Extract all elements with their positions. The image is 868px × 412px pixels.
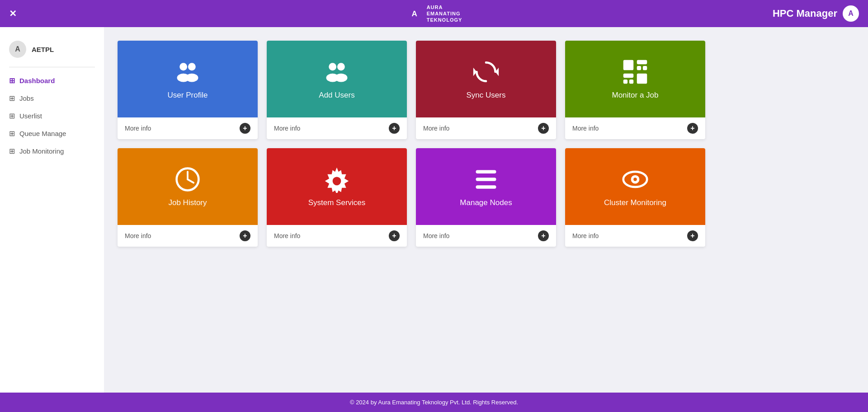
- more-info-icon-add-users[interactable]: +: [389, 123, 400, 134]
- svg-rect-13: [637, 60, 647, 64]
- tile-top-job-history: Job History: [118, 148, 258, 225]
- sidebar-item-userlist[interactable]: ⊞ Userlist: [0, 107, 104, 125]
- tile-top-user-profile: User Profile: [118, 41, 258, 117]
- svg-point-2: [179, 63, 187, 70]
- svg-rect-16: [623, 74, 634, 78]
- tile-job-history[interactable]: Job History More info +: [118, 148, 258, 247]
- svg-point-25: [333, 177, 341, 185]
- more-info-icon-job-history[interactable]: +: [240, 230, 250, 241]
- logo: A AURA EMANATING TEKNOLOGY: [406, 4, 462, 23]
- more-info-job-history: More info: [125, 232, 151, 239]
- tile-label-system-services: System Services: [308, 198, 366, 207]
- layout: A AETPL ⊞ Dashboard ⊞ Jobs ⊞ Userlist ⊞ …: [0, 27, 868, 393]
- close-button[interactable]: ✕: [9, 8, 17, 19]
- more-info-icon-user-profile[interactable]: +: [240, 123, 250, 134]
- user-avatar[interactable]: A: [843, 5, 859, 22]
- tile-sync-users[interactable]: Sync Users More info +: [416, 41, 556, 139]
- sidebar-avatar: A: [9, 41, 26, 58]
- tile-top-cluster-monitoring: Cluster Monitoring: [565, 148, 705, 225]
- more-info-system-services: More info: [274, 232, 300, 239]
- tile-label-user-profile: User Profile: [168, 91, 208, 100]
- tile-cluster-monitoring[interactable]: Cluster Monitoring More info +: [565, 148, 705, 247]
- sidebar: A AETPL ⊞ Dashboard ⊞ Jobs ⊞ Userlist ⊞ …: [0, 27, 104, 393]
- tile-top-system-services: System Services: [267, 148, 407, 225]
- sidebar-item-label-queue: Queue Manage: [19, 130, 66, 137]
- tile-label-add-users: Add Users: [319, 91, 354, 100]
- tile-top-manage-nodes: Manage Nodes: [416, 148, 556, 225]
- sidebar-item-dashboard[interactable]: ⊞ Dashboard: [0, 72, 104, 89]
- more-info-icon-cluster-monitoring[interactable]: +: [687, 230, 698, 241]
- more-info-icon-manage-nodes[interactable]: +: [538, 230, 549, 241]
- header-right: HPC Manager A: [773, 5, 859, 22]
- svg-rect-17: [623, 80, 627, 84]
- sidebar-username: AETPL: [32, 46, 54, 53]
- tile-label-monitor-job: Monitor a Job: [612, 91, 659, 100]
- eye-icon: [622, 166, 649, 193]
- tile-label-cluster-monitoring: Cluster Monitoring: [604, 198, 666, 207]
- sidebar-nav: ⊞ Dashboard ⊞ Jobs ⊞ Userlist ⊞ Queue Ma…: [0, 72, 104, 160]
- svg-rect-12: [623, 60, 634, 70]
- tile-bottom-monitor-job[interactable]: More info +: [565, 117, 705, 139]
- sidebar-item-jobs[interactable]: ⊞ Jobs: [0, 89, 104, 107]
- logo-icon: A: [406, 5, 423, 22]
- svg-point-7: [337, 63, 345, 70]
- tiles-grid: User Profile More info + Add Users: [118, 41, 705, 247]
- tile-label-manage-nodes: Manage Nodes: [460, 198, 512, 207]
- more-info-cluster-monitoring: More info: [572, 232, 599, 239]
- logo-text: AURA EMANATING TEKNOLOGY: [427, 4, 462, 23]
- main-content: User Profile More info + Add Users: [104, 27, 868, 393]
- tile-system-services[interactable]: System Services More info +: [267, 148, 407, 247]
- tile-bottom-add-users[interactable]: More info +: [267, 117, 407, 139]
- svg-rect-26: [476, 170, 496, 173]
- job-monitoring-icon: ⊞: [9, 147, 15, 155]
- queue-icon: ⊞: [9, 129, 15, 138]
- more-info-manage-nodes: More info: [423, 232, 449, 239]
- more-info-icon-sync-users[interactable]: +: [538, 123, 549, 134]
- tile-monitor-job[interactable]: Monitor a Job More info +: [565, 41, 705, 139]
- tile-top-add-users: Add Users: [267, 41, 407, 117]
- tile-bottom-job-history[interactable]: More info +: [118, 225, 258, 247]
- tile-top-monitor-job: Monitor a Job: [565, 41, 705, 117]
- sidebar-divider: [9, 67, 95, 67]
- app-title: HPC Manager: [773, 8, 837, 19]
- svg-rect-19: [637, 74, 647, 84]
- userlist-icon: ⊞: [9, 112, 15, 120]
- svg-point-9: [335, 74, 347, 82]
- more-info-add-users: More info: [274, 125, 300, 132]
- svg-rect-18: [629, 80, 633, 84]
- svg-text:A: A: [411, 9, 417, 18]
- svg-line-22: [188, 179, 193, 183]
- svg-rect-28: [476, 185, 496, 189]
- monitor-icon: [622, 58, 649, 85]
- users-icon: [174, 58, 201, 85]
- add-users-icon: [323, 58, 350, 85]
- tile-bottom-cluster-monitoring[interactable]: More info +: [565, 225, 705, 247]
- tile-add-users[interactable]: Add Users More info +: [267, 41, 407, 139]
- clock-icon: [174, 166, 201, 193]
- tile-bottom-manage-nodes[interactable]: More info +: [416, 225, 556, 247]
- sidebar-item-label-job-monitoring: Job Monitoring: [19, 147, 64, 155]
- svg-point-6: [329, 63, 336, 70]
- svg-point-5: [185, 74, 198, 82]
- sidebar-user: A AETPL: [0, 36, 104, 67]
- sync-icon: [472, 58, 500, 85]
- tile-bottom-user-profile[interactable]: More info +: [118, 117, 258, 139]
- sidebar-item-label-dashboard: Dashboard: [19, 77, 55, 84]
- more-info-monitor-job: More info: [572, 125, 599, 132]
- more-info-icon-system-services[interactable]: +: [389, 230, 400, 241]
- svg-point-31: [633, 178, 637, 181]
- sidebar-item-label-userlist: Userlist: [19, 112, 42, 120]
- gear-icon: [323, 166, 350, 193]
- tile-manage-nodes[interactable]: Manage Nodes More info +: [416, 148, 556, 247]
- sidebar-item-queue-manage[interactable]: ⊞ Queue Manage: [0, 125, 104, 142]
- tile-bottom-system-services[interactable]: More info +: [267, 225, 407, 247]
- tile-user-profile[interactable]: User Profile More info +: [118, 41, 258, 139]
- header: ✕ A AURA EMANATING TEKNOLOGY HPC Manager…: [0, 0, 868, 27]
- dashboard-icon: ⊞: [9, 76, 15, 85]
- svg-rect-14: [637, 66, 641, 70]
- more-info-sync-users: More info: [423, 125, 449, 132]
- tile-bottom-sync-users[interactable]: More info +: [416, 117, 556, 139]
- sidebar-item-job-monitoring[interactable]: ⊞ Job Monitoring: [0, 142, 104, 160]
- sidebar-item-label-jobs: Jobs: [19, 94, 34, 102]
- more-info-icon-monitor-job[interactable]: +: [687, 123, 698, 134]
